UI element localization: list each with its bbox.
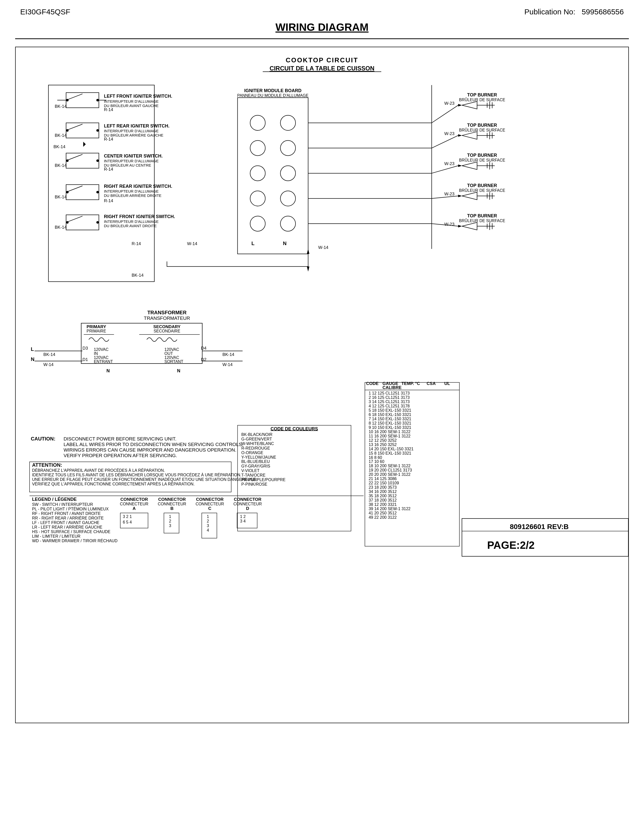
120vac-in-bottom: 120VAC [94,355,108,360]
color-y: Y-YELLOW/JAUNE [242,455,276,460]
color-gy: GY-GRAY/GRIS [242,464,270,468]
burner3-sublabel: BRÛLEUR DE SURFACE [459,158,506,162]
n-label: N [31,356,34,362]
color-bl: BL-BLUE/BLEU [242,460,270,464]
legend-sw: SW - SWITCH / INTERRUPTEUR [32,502,93,507]
switch-enclosure [48,85,154,282]
page: EI30GF45QSF Publication No: 5995686556 W… [0,0,644,833]
d3-label: D3 [82,346,88,351]
svg-line-15 [66,216,82,222]
igniter-circle-9 [250,216,265,231]
title-divider [15,39,629,39]
row-18: 18 10 200 SEW-1 3122 [369,464,411,468]
switch4-sub1: INTERRUPTEUR D'ALLUMAGE [104,189,159,193]
switch-1 [66,93,99,108]
w23-label-3: W-23 [444,161,454,166]
igniter-module-label: IGNITER MODULE BOARD [244,88,301,93]
bk14-label-3: BK-14 [53,145,65,149]
legend-title: LEGEND / LÉGENDE [32,497,77,502]
igniter-circle-10 [280,216,295,231]
transformer-label: TRANSFORMER [147,310,187,315]
legend-rf: RF - RIGHT FRONT / AVANT DROITE [32,511,101,516]
switch4-label: RIGHT REAR IGNITER SWITCH. [104,184,172,189]
caution-line1: DISCONNECT POWER BEFORE SERVICING UNIT. [64,436,177,442]
connector-b-p1: 1 [169,515,171,519]
caution-label: CAUTION: [31,436,56,442]
burner4-label: TOP BURNER [467,183,497,188]
svg-line-12 [66,186,82,192]
row-20: 20 20 200 SEW-1 3122 [369,472,411,477]
wire-path-1 [167,254,308,267]
row-14: 14 20 150 EXL-150 3321 [369,447,414,451]
row-16: 16 8 60 [369,455,382,460]
diagram-area: COOKTOP CIRCUIT CIRCUIT DE LA TABLE DE C… [15,47,629,723]
igniter-circle-8 [280,191,295,206]
row-23: 23 18 200 3573 [369,485,397,489]
w23-label-1: W-23 [444,101,454,106]
color-o: O-ORANGE [242,450,263,455]
burner4-arrow-fill [458,195,462,197]
bk14-l: BK-14 [43,352,55,357]
120vac-in-top: 120VAC [94,347,108,352]
connector-b-letter: B [171,506,174,511]
switch5-label: RIGHT FRONT IGNITER SWITCH. [104,214,175,219]
svg-point-7 [66,129,69,132]
r14-label-1: R-14 [104,107,113,112]
connector-d-sub: CONNECTEUR [233,502,262,506]
burner2-sublabel: BRÛLEUR DE SURFACE [459,128,506,132]
caution-line3: WIRINGS ERRORS CAN CAUSE IMPROPER AND DA… [64,447,237,453]
row-22: 22 22 150 10109 [369,481,399,485]
attention-label: ATTENTION: [32,462,62,468]
d2-label: D2 [201,357,206,362]
circuit-title: COOKTOP CIRCUIT [286,56,358,64]
legend-pl: PL - PILOT LIGHT / PTÉMOIN LUMINEUX [32,507,109,511]
connector-a-pins: 3 2 1 [123,515,132,519]
burner3-arrow [462,162,477,169]
connector-c-sub: CONNECTEUR [195,502,224,506]
switch-4 [66,185,99,199]
igniter-circle-3 [250,141,265,156]
connector-a-sub: CONNECTEUR [120,502,148,506]
row-13: 13 16 250 3252 [369,442,397,447]
connector-a-letter: A [133,506,135,511]
svg-point-16 [66,221,69,224]
secondary-sublabel: SECONDAIRE [153,329,180,333]
connector-d-letter: D [246,506,249,511]
connector-c-p1: 1 [207,515,209,519]
svg-point-10 [66,159,69,162]
burner3-label: TOP BURNER [467,153,497,158]
w23-label-4: W-23 [444,191,454,196]
igniter-circle-4 [280,141,295,156]
burner4-sublabel: BRÛLEUR DE SURFACE [459,188,506,193]
bk14-label-4: BK-14 [55,163,67,168]
switch3-sub1: INTERRUPTEUR D'ALLUMAGE [104,159,159,163]
igniter-module-box [238,98,308,254]
row-11: 11 16 200 SEW-1 3122 [369,434,411,438]
svg-point-8 [96,129,99,132]
igniter-circle-1 [250,115,265,130]
sortant-label: SORTANT [164,359,184,364]
switch1-label: LEFT FRONT IGNITER SWITCH. [104,94,172,99]
entrant-label: ENTRANT [94,359,113,364]
attn-line3: UNE ERREUR DE FILAGE PEUT CAUSER UN FONC… [32,477,257,482]
legend-rr: RR - RIGHT REAR / ARRIÈRE DROITE [32,516,104,520]
row-37: 37 18 200 3512 [369,498,397,502]
burner1-arrow [462,101,477,109]
burner5-sublabel: BRÛLEUR DE SURFACE [459,218,506,223]
arrow-1 [83,142,86,147]
igniter-module-sublabel: PANNEAU DU MODULE D'ALLUMAGE [237,93,308,98]
burner2-label: TOP BURNER [467,123,497,128]
connector-b-box [164,513,179,533]
row-10: 10 16 200 SEW-1 3122 [369,429,411,434]
transformer-sublabel: TRANSFORMATEUR [144,315,190,321]
w14-label-bottom: W-14 [318,245,328,250]
pub-label: Publication No: [524,8,575,16]
legend-lf: LF - LEFT FRONT / AVANT GAUCHE [32,521,99,525]
page-indicator: PAGE:2/2 [487,539,535,551]
bk14-d4: BK-14 [222,352,234,357]
w23-label-5: W-23 [444,222,454,227]
connector-d-p2: 3 4 [240,519,246,523]
connector-b-sub: CONNECTEUR [158,502,187,506]
temp-header: TEMP. °C [401,381,420,386]
color-w: W-WHITE/BLANC [242,442,274,446]
